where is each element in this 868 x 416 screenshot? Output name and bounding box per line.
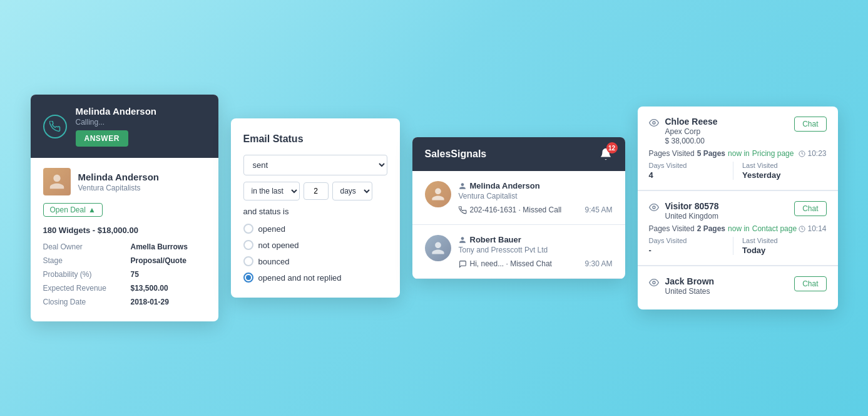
current-page: Contact page xyxy=(752,224,797,233)
last-visited-block: Last Visited Today xyxy=(733,237,827,255)
visitor-left: Chloe Reese Apex Corp $ 38,000.00 xyxy=(649,117,718,145)
days-unit-select[interactable]: days xyxy=(332,182,372,200)
phone-icon xyxy=(43,115,67,138)
signal-name: Melinda Anderson xyxy=(459,181,613,190)
days-visited-value: - xyxy=(649,246,733,255)
signal-detail: 202-416-1631 · Missed Call 9:45 AM xyxy=(459,205,613,214)
visitor-item: Chloe Reese Apex Corp $ 38,000.00 Chat P… xyxy=(638,107,838,190)
time-container: 10:23 xyxy=(799,149,826,158)
eye-icon xyxy=(649,202,659,215)
pages-visited-count: 5 Pages xyxy=(697,149,725,158)
and-status-label: and status is xyxy=(243,207,387,216)
radio-bounced[interactable]: bounced xyxy=(243,256,387,266)
deal-label: Expected Revenue xyxy=(43,284,131,293)
days-visited-label: Days Visited xyxy=(649,237,733,244)
contact-company: Ventura Capitalists xyxy=(78,184,159,192)
signal-company: Tony and Presscott Pvt Ltd xyxy=(459,246,613,254)
days-visited-value: 4 xyxy=(649,170,733,180)
visitor-info: Jack Brown United States xyxy=(665,276,715,296)
card-body: Melinda Anderson Ventura Capitalists Ope… xyxy=(31,158,218,321)
table-row: Deal Owner Amella Burrows xyxy=(43,242,206,251)
signal-content: Melinda Anderson Ventura Capitalist 202-… xyxy=(459,181,613,214)
visitor-company: United Kingdom xyxy=(665,212,719,221)
visitor-name: Jack Brown xyxy=(665,276,715,286)
signal-content: Robert Bauer Tony and Presscott Pvt Ltd … xyxy=(459,235,613,268)
pages-visited-count: 2 Pages xyxy=(697,224,725,233)
visit-time: 10:23 xyxy=(807,149,826,158)
signals-title: SalesSignals xyxy=(425,148,487,160)
email-panel-title: Email Status xyxy=(243,133,387,145)
radio-opened-not-replied[interactable]: opened and not replied xyxy=(243,273,387,283)
in-the-last-select[interactable]: in the last xyxy=(243,182,300,200)
signal-action: 202-416-1631 · Missed Call xyxy=(459,205,562,214)
visitor-left: Jack Brown United States xyxy=(649,276,715,296)
radio-label-opened: opened xyxy=(258,224,285,234)
visitor-pages: Pages Visited 2 Pages now in Contact pag… xyxy=(649,224,827,233)
email-status-panel: Email Status sent in the last days and s… xyxy=(231,118,400,298)
calling-card: Melinda Anderson Calling... ANSWER Melin… xyxy=(31,95,218,321)
deal-label: Closing Date xyxy=(43,298,131,306)
calling-info: Melinda Anderson Calling... ANSWER xyxy=(76,106,206,147)
open-deal-button[interactable]: Open Deal ▲ xyxy=(43,203,103,217)
bell-badge: 12 xyxy=(599,147,613,161)
chat-button[interactable]: Chat xyxy=(794,276,826,291)
visitor-name: Chloe Reese xyxy=(665,117,718,127)
now-in-label: now in xyxy=(728,224,750,233)
deal-label: Deal Owner xyxy=(43,242,131,251)
radio-not-opened[interactable]: not opened xyxy=(243,240,387,250)
email-status-select[interactable]: sent xyxy=(243,155,387,175)
visitor-info: Chloe Reese Apex Corp $ 38,000.00 xyxy=(665,117,718,145)
signal-time: 9:45 AM xyxy=(585,205,612,214)
signals-header: SalesSignals 12 xyxy=(412,137,625,171)
days-input[interactable] xyxy=(304,182,329,200)
answer-button[interactable]: ANSWER xyxy=(76,130,128,147)
last-visited-label: Last Visited xyxy=(742,162,827,169)
radio-label-not-opened: not opened xyxy=(258,241,299,250)
signal-action: Hi, need... · Missed Chat xyxy=(459,259,552,268)
visitor-company: Apex Corp xyxy=(665,127,718,136)
sales-signals-panel: SalesSignals 12 Melinda Ander xyxy=(412,137,625,279)
radio-circle-not-opened xyxy=(243,240,253,250)
calling-name: Melinda Anderson xyxy=(76,106,206,117)
radio-opened[interactable]: opened xyxy=(243,224,387,234)
chat-button[interactable]: Chat xyxy=(794,117,826,132)
visitor-top: Chloe Reese Apex Corp $ 38,000.00 Chat xyxy=(649,117,827,145)
chat-button[interactable]: Chat xyxy=(794,201,826,216)
visitor-amount: $ 38,000.00 xyxy=(665,137,718,145)
pages-left: Pages Visited 5 Pages now in Pricing pag… xyxy=(649,149,794,158)
status-radio-list: opened not opened bounced opened and not… xyxy=(243,224,387,283)
eye-icon xyxy=(649,118,659,130)
clock-icon xyxy=(799,150,805,157)
person-icon xyxy=(459,236,466,244)
deal-value: Amella Burrows xyxy=(131,242,188,251)
contact-name: Melinda Anderson xyxy=(78,172,159,182)
pages-visited-label: Pages Visited xyxy=(649,224,695,233)
pages-left: Pages Visited 2 Pages now in Contact pag… xyxy=(649,224,797,233)
avatar xyxy=(425,235,451,261)
visitor-stats: Days Visited 4 Last Visited Yesterday xyxy=(649,162,827,180)
chat-small-icon xyxy=(459,260,467,268)
table-row: Probability (%) 75 xyxy=(43,270,206,279)
deal-table: Deal Owner Amella Burrows Stage Proposal… xyxy=(43,242,206,306)
svg-point-4 xyxy=(653,281,655,284)
radio-circle-opened-not-replied xyxy=(243,273,253,283)
days-visited-label: Days Visited xyxy=(649,162,733,169)
deal-value: Proposal/Quote xyxy=(131,256,186,265)
badge-count: 12 xyxy=(606,142,618,153)
contact-info: Melinda Anderson Ventura Capitalists xyxy=(78,172,159,192)
last-visited-value: Yesterday xyxy=(742,170,827,180)
visitor-pages: Pages Visited 5 Pages now in Pricing pag… xyxy=(649,149,827,158)
deal-title: 180 Widgets - $18,000.00 xyxy=(43,226,206,235)
current-page: Pricing page xyxy=(752,149,794,158)
visitor-top: Visitor 80578 United Kingdom Chat xyxy=(649,201,827,221)
visitor-item: Visitor 80578 United Kingdom Chat Pages … xyxy=(638,191,838,266)
last-visited-label: Last Visited xyxy=(742,237,827,244)
deal-label: Probability (%) xyxy=(43,270,131,279)
visitor-left: Visitor 80578 United Kingdom xyxy=(649,201,719,221)
visitor-item: Jack Brown United States Chat xyxy=(638,266,838,309)
avatar xyxy=(425,181,451,207)
deal-value: 75 xyxy=(131,270,139,279)
calling-header: Melinda Anderson Calling... ANSWER xyxy=(31,95,218,158)
deal-value: $13,500.00 xyxy=(131,284,168,293)
eye-icon xyxy=(649,278,659,290)
